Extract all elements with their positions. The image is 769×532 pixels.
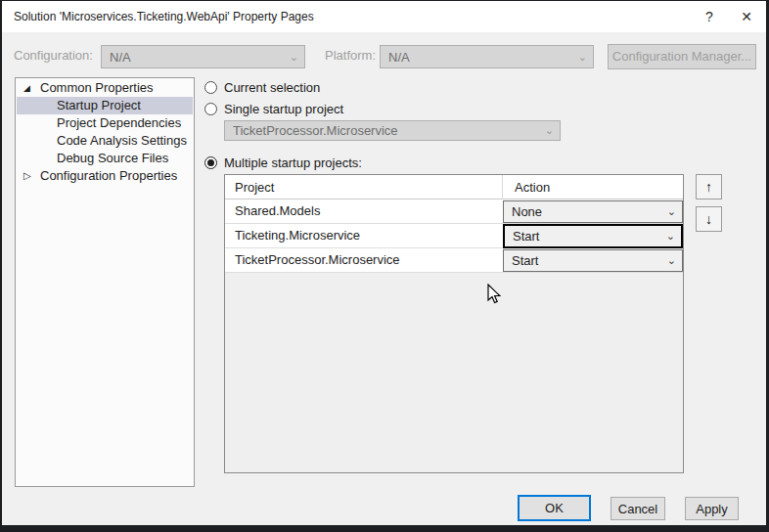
- configuration-manager-label: Configuration Manager...: [612, 49, 751, 64]
- chevron-down-icon: ⌄: [290, 46, 298, 67]
- radio-multiple-startup-projects[interactable]: [204, 156, 217, 169]
- action-value: Start: [513, 226, 659, 246]
- apply-button-label: Apply: [686, 498, 738, 519]
- configuration-value: N/A: [110, 46, 283, 67]
- configuration-manager-button[interactable]: Configuration Manager...: [608, 44, 756, 69]
- configuration-select[interactable]: N/A ⌄: [101, 45, 305, 68]
- project-cell[interactable]: Ticketing.Microservice: [235, 224, 360, 247]
- tree-item-code-analysis-settings[interactable]: Code Analysis Settings: [17, 132, 193, 150]
- up-arrow-icon: ↑: [705, 179, 712, 195]
- platform-label: Platform:: [325, 44, 376, 67]
- down-arrow-icon: ↓: [705, 211, 712, 227]
- window-title: Solution 'Microservices.Ticketing.WebApi…: [14, 1, 314, 32]
- screen-background: Solution 'Microservices.Ticketing.WebApi…: [0, 0, 769, 532]
- property-pages-dialog: Solution 'Microservices.Ticketing.WebApi…: [2, 1, 766, 525]
- single-startup-project-select[interactable]: TicketProcessor.Microservice ⌄: [224, 120, 561, 141]
- chevron-down-icon: ⌄: [667, 201, 676, 222]
- action-select-shared-models[interactable]: None ⌄: [503, 200, 683, 223]
- column-header-project[interactable]: Project: [235, 175, 274, 200]
- chevron-down-icon: ⌄: [578, 46, 587, 67]
- tree-item-project-dependencies[interactable]: Project Dependencies: [17, 114, 193, 132]
- chevron-down-icon: ⌄: [667, 250, 676, 271]
- action-select-ticketprocessor-microservice[interactable]: Start ⌄: [503, 249, 683, 272]
- titlebar[interactable]: Solution 'Microservices.Ticketing.WebApi…: [2, 1, 766, 32]
- tree-expanded-icon[interactable]: ◢: [23, 79, 37, 97]
- single-startup-project-value: TicketProcessor.Microservice: [233, 121, 538, 140]
- tree-item-label[interactable]: Code Analysis Settings: [57, 132, 187, 150]
- close-icon[interactable]: ✕: [732, 1, 761, 32]
- property-category-tree: ◢ Common Properties Startup Project Proj…: [15, 77, 195, 487]
- table-header-row: Project Action: [225, 175, 683, 200]
- cancel-button[interactable]: Cancel: [611, 497, 665, 520]
- cancel-button-label: Cancel: [611, 498, 664, 519]
- ok-button[interactable]: OK: [518, 495, 591, 521]
- tree-item-common-properties[interactable]: ◢ Common Properties: [17, 79, 193, 97]
- action-value: None: [512, 201, 660, 222]
- tree-item-label[interactable]: Configuration Properties: [40, 167, 177, 185]
- action-select-ticketing-microservice[interactable]: Start ⌄: [503, 224, 683, 248]
- move-up-button[interactable]: ↑: [696, 174, 722, 200]
- project-cell[interactable]: TicketProcessor.Microservice: [235, 248, 400, 272]
- configuration-label: Configuration:: [14, 44, 93, 67]
- chevron-down-icon: ⌄: [545, 121, 554, 140]
- platform-value: N/A: [388, 46, 571, 67]
- apply-button[interactable]: Apply: [685, 497, 739, 520]
- tree-item-startup-project[interactable]: Startup Project: [17, 97, 193, 114]
- radio-single-startup-project-label[interactable]: Single startup project: [224, 102, 343, 117]
- radio-single-startup-project[interactable]: [204, 103, 217, 115]
- ok-button-label: OK: [520, 497, 589, 519]
- move-down-button[interactable]: ↓: [696, 206, 722, 232]
- radio-multiple-startup-projects-label[interactable]: Multiple startup projects:: [224, 155, 362, 171]
- platform-select[interactable]: N/A ⌄: [380, 45, 594, 68]
- tree-item-debug-source-files[interactable]: Debug Source Files: [17, 150, 193, 167]
- help-icon[interactable]: ?: [695, 1, 724, 32]
- tree-item-configuration-properties[interactable]: ▷ Configuration Properties: [17, 167, 193, 185]
- tree-item-label[interactable]: Common Properties: [40, 79, 154, 97]
- tree-collapsed-icon[interactable]: ▷: [23, 167, 37, 185]
- project-cell[interactable]: Shared.Models: [235, 200, 320, 223]
- radio-current-selection[interactable]: [204, 81, 217, 94]
- tree-item-label[interactable]: Debug Source Files: [57, 150, 168, 167]
- startup-projects-table: Project Action Shared.Models None ⌄ Tick…: [224, 174, 684, 473]
- tree-item-label[interactable]: Project Dependencies: [57, 114, 181, 132]
- column-header-action[interactable]: Action: [515, 175, 550, 200]
- tree-item-label[interactable]: Startup Project: [57, 97, 141, 114]
- chevron-down-icon: ⌄: [666, 226, 675, 246]
- action-value: Start: [512, 250, 660, 271]
- radio-current-selection-label[interactable]: Current selection: [224, 80, 320, 96]
